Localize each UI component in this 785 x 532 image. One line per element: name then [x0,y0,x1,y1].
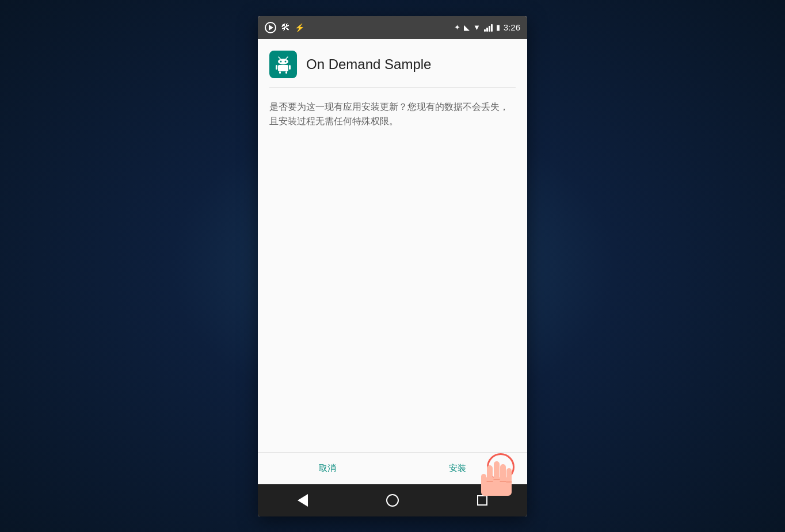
phone-container: 🛠 ⚡ ✦ ◣ ▼ ▮ [258,16,527,516]
status-icons-right: ✦ ◣ ▼ ▮ 3:26 [454,22,520,32]
home-icon [386,494,399,507]
play-circle-icon [265,22,276,33]
android-robot-icon [274,55,292,74]
svg-point-3 [280,60,282,62]
lightning-icon: ⚡ [295,23,304,32]
svg-rect-9 [285,71,287,74]
svg-point-4 [285,60,287,62]
svg-line-1 [286,57,288,59]
back-icon [298,494,308,507]
app-icon [269,51,297,78]
battery-icon: ▮ [496,23,500,32]
svg-rect-15 [481,477,512,496]
wifi-icon: ▼ [473,23,481,32]
svg-rect-6 [276,65,277,70]
cancel-button[interactable]: 取消 [262,453,393,484]
svg-rect-8 [279,71,281,74]
description-text: 是否要为这一现有应用安装更新？您现有的数据不会丢失，且安装过程无需任何特殊权限。 [258,88,527,140]
status-bar: 🛠 ⚡ ✦ ◣ ▼ ▮ [258,16,527,39]
svg-rect-2 [278,59,288,64]
hand-cursor-icon [475,450,521,507]
signal-icon [484,24,493,32]
svg-rect-5 [278,65,288,71]
svg-line-0 [279,57,280,59]
phone-wrapper: 🛠 ⚡ ✦ ◣ ▼ ▮ [258,16,527,516]
vibrate-icon: ◣ [464,23,470,32]
app-header: On Demand Sample [258,39,527,78]
svg-rect-10 [494,461,500,480]
content-spacer [258,140,527,452]
app-title: On Demand Sample [306,56,431,72]
status-icons-left: 🛠 ⚡ [265,22,304,33]
android-icon: 🛠 [281,22,290,33]
back-button[interactable] [289,487,317,514]
app-content: On Demand Sample 是否要为这一现有应用安装更新？您现有的数据不会… [258,39,527,452]
status-time: 3:26 [504,22,520,32]
bluetooth-icon: ✦ [454,23,460,32]
home-button[interactable] [379,487,406,514]
svg-rect-7 [289,65,291,70]
